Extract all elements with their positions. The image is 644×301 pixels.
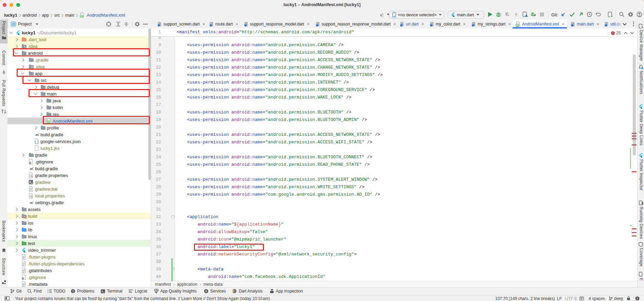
svg-text:{ }: { } [35, 141, 39, 144]
svg-text:MF: MF [80, 15, 83, 17]
svg-text:MF: MF [516, 24, 519, 26]
